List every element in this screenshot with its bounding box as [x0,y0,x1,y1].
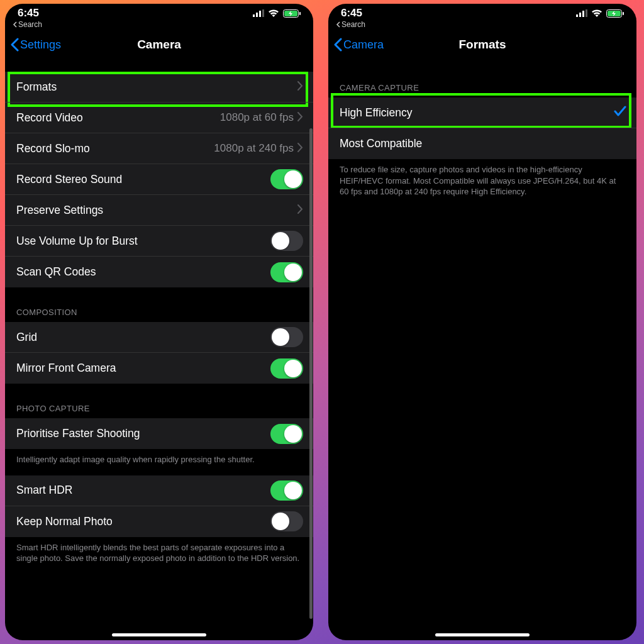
label-high-efficiency: High Efficiency [340,106,614,119]
chevron-right-icon [297,204,303,216]
label-prioritise: Prioritise Faster Shooting [16,427,270,440]
svg-rect-10 [586,9,587,17]
home-indicator[interactable] [112,633,206,636]
checkmark-icon [614,106,626,120]
label-record-video: Record Video [16,111,220,125]
content-scroll[interactable]: Formats Record Video 1080p at 60 fps Rec… [5,59,313,640]
back-label: Settings [20,38,61,52]
toggle-scan-qr[interactable] [270,262,303,282]
status-bar: 6:45 [328,4,636,20]
svg-rect-3 [262,9,264,17]
navbar: Settings Camera [5,30,313,59]
toggle-volume-burst[interactable] [270,231,303,251]
row-volume-burst[interactable]: Use Volume Up for Burst [5,226,313,257]
toggle-smart-hdr[interactable] [270,480,303,501]
row-preserve-settings[interactable]: Preserve Settings [5,195,313,226]
label-formats: Formats [16,80,297,94]
svg-rect-0 [253,14,255,17]
row-stereo-sound[interactable]: Record Stereo Sound [5,164,313,195]
status-bar: 6:45 [5,4,313,20]
battery-charging-icon [283,9,301,18]
content: Camera Capture High Efficiency Most Comp… [328,59,636,640]
footer-prioritise: Intelligently adapt image quality when r… [5,449,313,475]
chevron-left-icon [333,38,342,52]
label-smart-hdr: Smart HDR [16,484,270,497]
row-most-compatible[interactable]: Most Compatible [328,128,636,159]
svg-rect-9 [582,11,584,17]
section-header-camera-capture: Camera Capture [328,78,636,97]
label-keep-normal: Keep Normal Photo [16,515,270,528]
chevron-right-icon [297,112,303,124]
toggle-stereo[interactable] [270,169,303,189]
chevron-left-icon [10,38,19,52]
row-scan-qr[interactable]: Scan QR Codes [5,257,313,287]
row-formats[interactable]: Formats [5,72,313,103]
label-mirror: Mirror Front Camera [16,362,270,375]
battery-charging-icon [606,9,624,18]
svg-rect-8 [579,13,581,17]
group-composition: Grid Mirror Front Camera [5,322,313,384]
svg-rect-7 [576,14,578,17]
row-smart-hdr[interactable]: Smart HDR [5,475,313,506]
section-header-composition: Composition [5,303,313,322]
section-header-photo-capture: Photo Capture [5,399,313,418]
group-formats: High Efficiency Most Compatible [328,97,636,159]
status-time: 6:45 [341,7,362,19]
status-indicators [576,9,624,18]
chevron-right-icon [297,143,303,155]
svg-rect-2 [259,11,261,17]
back-label: Camera [343,38,384,52]
svg-rect-6 [299,12,301,15]
row-grid[interactable]: Grid [5,322,313,353]
svg-rect-13 [623,12,624,15]
phone-left-camera-settings: 6:45 Search Settings Camera Formats Reco… [5,4,313,640]
footer-hdr: Smart HDR intelligently blends the best … [5,537,313,574]
row-mirror[interactable]: Mirror Front Camera [5,353,313,384]
chevron-right-icon [297,81,303,93]
label-preserve: Preserve Settings [16,204,297,217]
back-button[interactable]: Settings [10,38,61,52]
row-record-slomo[interactable]: Record Slo-mo 1080p at 240 fps [5,133,313,164]
signal-icon [253,9,264,17]
scrollbar[interactable] [309,128,313,619]
breadcrumb-back[interactable]: Search [328,20,636,30]
breadcrumb-label: Search [18,20,42,29]
label-most-compatible: Most Compatible [340,137,626,150]
value-record-slomo: 1080p at 240 fps [214,142,294,155]
phone-right-formats: 6:45 Search Camera Formats Camera Captur… [328,4,636,640]
row-record-video[interactable]: Record Video 1080p at 60 fps [5,103,313,133]
group-main: Formats Record Video 1080p at 60 fps Rec… [5,72,313,287]
status-time: 6:45 [18,7,39,19]
row-high-efficiency[interactable]: High Efficiency [328,97,636,128]
group-photo-capture-2: Smart HDR Keep Normal Photo [5,475,313,537]
toggle-keep-normal[interactable] [270,511,303,531]
label-stereo: Record Stereo Sound [16,173,270,186]
footer-formats: To reduce file size, capture photos and … [328,159,636,208]
row-prioritise[interactable]: Prioritise Faster Shooting [5,418,313,449]
back-button[interactable]: Camera [333,38,384,52]
navbar: Camera Formats [328,30,636,59]
label-record-slomo: Record Slo-mo [16,142,214,155]
label-volume-burst: Use Volume Up for Burst [16,235,270,248]
breadcrumb-label: Search [341,20,365,29]
label-scan-qr: Scan QR Codes [16,265,270,279]
label-grid: Grid [16,331,270,344]
toggle-prioritise[interactable] [270,424,303,444]
group-photo-capture-1: Prioritise Faster Shooting [5,418,313,449]
breadcrumb-caret-icon [336,21,340,28]
toggle-mirror[interactable] [270,358,303,379]
toggle-grid[interactable] [270,327,303,347]
home-indicator[interactable] [435,633,530,636]
value-record-video: 1080p at 60 fps [220,111,294,124]
breadcrumb-caret-icon [13,21,17,28]
row-keep-normal[interactable]: Keep Normal Photo [5,506,313,537]
breadcrumb-back[interactable]: Search [5,20,313,30]
signal-icon [576,9,587,17]
wifi-icon [268,9,279,18]
wifi-icon [591,9,602,18]
status-indicators [253,9,301,18]
svg-rect-1 [256,13,258,17]
